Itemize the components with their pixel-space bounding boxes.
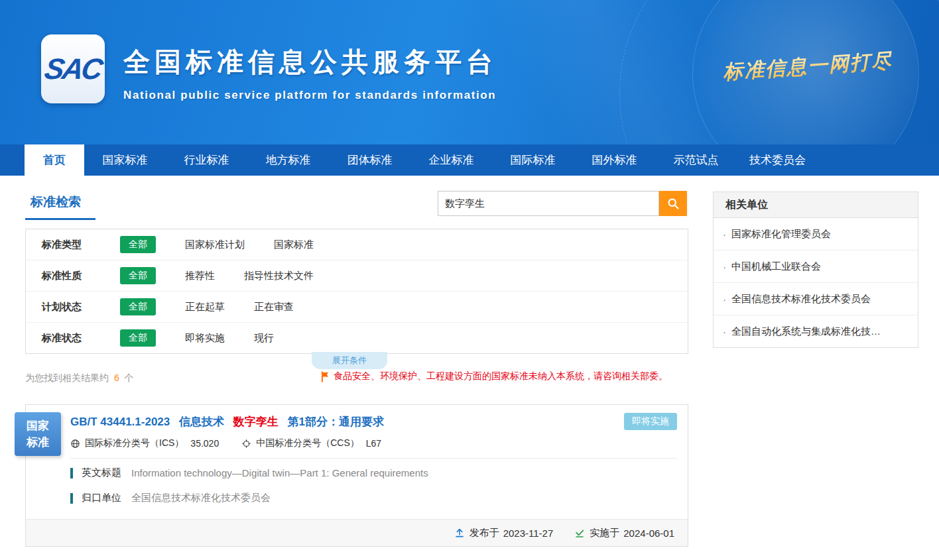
card-footer: 发布于 2023-11-27 实施于 2024-06-01 bbox=[26, 519, 688, 546]
dept-label: 归口单位 bbox=[82, 492, 121, 504]
bullet: · bbox=[723, 261, 726, 272]
nav-item-home[interactable]: 首页 bbox=[25, 144, 84, 176]
title-block: 全国标准信息公共服务平台 National public service pla… bbox=[123, 44, 497, 102]
standard-code: GB/T 43441.1-2023 bbox=[70, 416, 170, 428]
sac-logo: SAC bbox=[41, 34, 105, 103]
nav-item-industry-standard[interactable]: 行业标准 bbox=[166, 144, 247, 176]
sac-logo-text: SAC bbox=[42, 52, 104, 85]
dept-value: 全国信息技术标准化技术委员会 bbox=[131, 492, 271, 504]
accent-bar bbox=[70, 468, 73, 478]
site-title: 全国标准信息公共服务平台 bbox=[123, 44, 497, 80]
filter-row-plan-status: 计划状态 全部 正在起草 正在审查 bbox=[26, 292, 688, 323]
filter-option[interactable]: 指导性技术文件 bbox=[244, 270, 314, 282]
filter-all-button[interactable]: 全部 bbox=[120, 329, 156, 347]
english-title-row: 英文标题 Information technology—Digital twin… bbox=[70, 467, 428, 479]
card-separator bbox=[70, 458, 677, 459]
filter-label: 标准状态 bbox=[42, 332, 96, 345]
implement-check-icon bbox=[574, 528, 585, 538]
nav-item-local-standard[interactable]: 地方标准 bbox=[247, 144, 329, 176]
related-unit-link[interactable]: · 国家标准化管理委员会 bbox=[714, 218, 918, 251]
filter-all-button[interactable]: 全部 bbox=[120, 236, 156, 253]
filter-option[interactable]: 国家标准计划 bbox=[185, 239, 245, 251]
filter-row-standard-status: 标准状态 全部 即将实施 现行 bbox=[26, 323, 688, 353]
search-button[interactable] bbox=[659, 191, 687, 216]
crosshair-icon bbox=[241, 439, 251, 449]
notice-text: 食品安全、环境保护、工程建设方面的国家标准未纳入本系统，请咨询相关部委。 bbox=[334, 370, 668, 382]
filter-row-type: 标准类型 全部 国家标准计划 国家标准 bbox=[26, 229, 688, 260]
publish-date: 2023-11-27 bbox=[503, 528, 554, 539]
title-segment: 信息技术 bbox=[179, 416, 224, 428]
english-title-value: Information technology—Digital twin—Part… bbox=[131, 467, 428, 478]
notice-line: 食品安全、环境保护、工程建设方面的国家标准未纳入本系统，请咨询相关部委。 bbox=[321, 370, 668, 382]
result-card: 国家 标准 GB/T 43441.1-2023 信息技术 数字孪生 第1部分：通… bbox=[25, 404, 688, 547]
nav-item-enterprise-standard[interactable]: 企业标准 bbox=[410, 144, 492, 176]
implement-label: 实施于 bbox=[590, 527, 619, 539]
related-unit-label: 全国信息技术标准化技术委员会 bbox=[731, 293, 871, 306]
filter-option[interactable]: 正在起草 bbox=[185, 301, 225, 313]
nav-item-foreign-standard[interactable]: 国外标准 bbox=[574, 144, 655, 176]
filter-label: 标准性质 bbox=[42, 270, 96, 282]
result-count-suffix: 个 bbox=[125, 372, 134, 383]
ics-value: 35.020 bbox=[190, 438, 219, 449]
status-badge: 即将实施 bbox=[624, 413, 677, 430]
classification-row: 国际标准分类号（ICS） 35.020 中国标准分类号（CCS） L67 bbox=[70, 437, 381, 449]
search-input[interactable] bbox=[438, 191, 659, 216]
english-title-label: 英文标题 bbox=[82, 467, 121, 479]
implement-item: 实施于 2024-06-01 bbox=[574, 527, 674, 539]
standard-title-link[interactable]: GB/T 43441.1-2023 信息技术 数字孪生 第1部分：通用要求 bbox=[70, 414, 384, 429]
nav-item-technical-committee[interactable]: 技术委员会 bbox=[737, 144, 818, 176]
nav-item-national-standard[interactable]: 国家标准 bbox=[84, 144, 166, 176]
related-unit-label: 国家标准化管理委员会 bbox=[731, 228, 831, 241]
dept-row: 归口单位 全国信息技术标准化技术委员会 bbox=[70, 492, 271, 504]
result-count-line: 为您找到相关结果约 6 个 bbox=[25, 372, 134, 384]
nav-item-group-standard[interactable]: 团体标准 bbox=[329, 144, 410, 176]
tab-standard-search[interactable]: 标准检索 bbox=[25, 194, 95, 220]
filter-option[interactable]: 即将实施 bbox=[185, 332, 225, 345]
flag-icon bbox=[321, 371, 330, 382]
related-unit-label: 中国机械工业联合会 bbox=[731, 260, 821, 273]
search-box bbox=[438, 191, 687, 216]
filter-option[interactable]: 正在审查 bbox=[254, 301, 294, 313]
related-unit-link[interactable]: · 全国信息技术标准化技术委员会 bbox=[714, 283, 918, 315]
filter-label: 计划状态 bbox=[42, 301, 96, 313]
filter-option[interactable]: 现行 bbox=[254, 332, 274, 345]
page: SAC 全国标准信息公共服务平台 National public service… bbox=[0, 0, 939, 560]
filter-box: 标准类型 全部 国家标准计划 国家标准 标准性质 全部 推荐性 指导性技术文件 … bbox=[25, 229, 688, 354]
bullet: · bbox=[723, 294, 726, 305]
publish-label: 发布于 bbox=[470, 527, 499, 539]
nav-item-pilot[interactable]: 示范试点 bbox=[655, 144, 737, 176]
badge-line1: 国家 bbox=[27, 418, 49, 435]
standard-type-badge: 国家 标准 bbox=[15, 412, 61, 456]
badge-line2: 标准 bbox=[27, 434, 49, 451]
ics-label: 国际标准分类号（ICS） bbox=[85, 437, 184, 449]
search-icon bbox=[666, 197, 680, 210]
implement-date: 2024-06-01 bbox=[623, 528, 674, 539]
nav-item-international-standard[interactable]: 国际标准 bbox=[492, 144, 574, 176]
title-segment: 第1部分：通用要求 bbox=[287, 416, 383, 428]
globe-icon bbox=[70, 439, 80, 449]
accent-bar bbox=[70, 493, 73, 504]
result-count-prefix: 为您找到相关结果约 bbox=[25, 372, 109, 383]
result-count: 6 bbox=[114, 372, 119, 383]
related-unit-link[interactable]: · 中国机械工业联合会 bbox=[714, 251, 918, 283]
related-units-panel: 相关单位 · 国家标准化管理委员会 · 中国机械工业联合会 · 全国信息技术标准… bbox=[713, 192, 918, 348]
site-subtitle: National public service platform for sta… bbox=[123, 89, 497, 102]
bullet: · bbox=[723, 326, 726, 337]
bullet: · bbox=[723, 229, 726, 240]
filter-label: 标准类型 bbox=[42, 239, 96, 251]
related-units-title: 相关单位 bbox=[714, 192, 918, 218]
publish-icon bbox=[454, 528, 465, 538]
title-highlight: 数字孪生 bbox=[233, 416, 279, 428]
expand-conditions-button[interactable]: 展开条件 bbox=[312, 352, 387, 369]
ccs-value: L67 bbox=[366, 438, 381, 449]
filter-option[interactable]: 推荐性 bbox=[185, 270, 215, 282]
filter-option[interactable]: 国家标准 bbox=[274, 239, 314, 251]
ccs-label: 中国标准分类号（CCS） bbox=[256, 437, 359, 449]
filter-all-button[interactable]: 全部 bbox=[120, 267, 156, 284]
publish-item: 发布于 2023-11-27 bbox=[454, 527, 554, 539]
filter-all-button[interactable]: 全部 bbox=[120, 298, 156, 315]
related-unit-label: 全国自动化系统与集成标准化技… bbox=[731, 325, 881, 338]
main-nav: 首页 国家标准 行业标准 地方标准 团体标准 企业标准 国际标准 国外标准 示范… bbox=[0, 144, 939, 176]
related-unit-link[interactable]: · 全国自动化系统与集成标准化技… bbox=[714, 315, 918, 347]
banner: SAC 全国标准信息公共服务平台 National public service… bbox=[0, 0, 939, 144]
